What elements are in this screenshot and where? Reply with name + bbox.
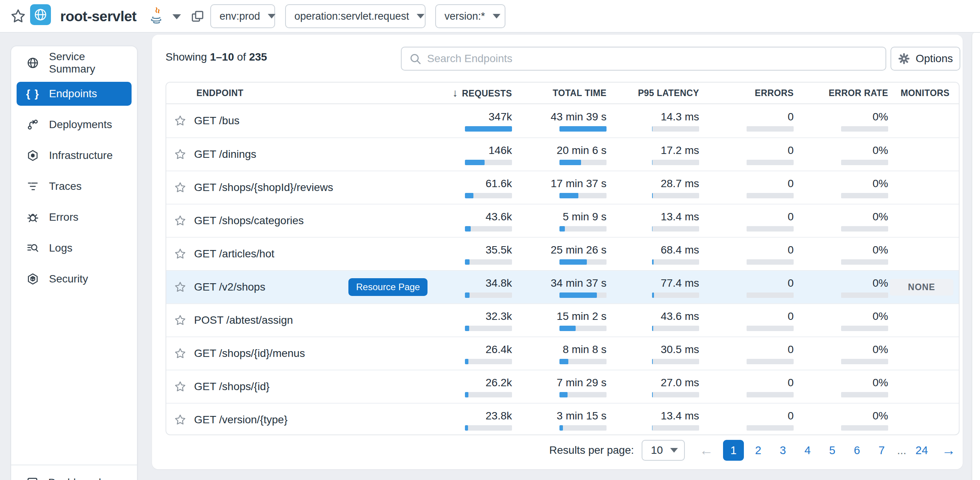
page-link-2[interactable]: 2 [748,440,769,461]
p95-latency-cell: 13.4 ms [607,409,699,431]
favorite-star-icon[interactable] [174,215,186,227]
endpoint-name[interactable]: GET /articles/hot [194,248,274,260]
logs-icon [26,241,40,255]
p95-latency-bar [652,326,699,331]
favorite-star-icon[interactable] [174,248,186,260]
page-link-5[interactable]: 5 [822,440,843,461]
endpoint-name[interactable]: POST /abtest/assign [194,314,293,326]
table-row[interactable]: GET /version/{type} 23.8k 3 min 15 s 13.… [166,403,959,435]
filter-version-dropdown[interactable]: version:* [435,4,505,28]
deployments-icon [26,118,40,132]
column-header-endpoint[interactable]: ENDPOINT [166,88,416,98]
copy-icon[interactable] [190,9,205,24]
total-time-value: 7 min 29 s [557,377,607,389]
endpoint-name[interactable]: GET /shops/{id} [194,380,270,393]
table-row[interactable]: GET /bus 347k 43 min 39 s 14.3 ms 0 0% [166,104,959,137]
table-row[interactable]: GET /articles/hot 35.5k 25 min 26 s 68.4… [166,237,959,270]
sidebar-item-logs[interactable]: Logs [17,236,132,260]
endpoint-name[interactable]: GET /dinings [194,148,256,161]
errors-cell: 0 [699,343,794,364]
sidebar-item-label: Deployments [49,118,112,131]
endpoint-name[interactable]: GET /bus [194,115,240,127]
column-header-monitors[interactable]: MONITORS [888,88,959,98]
page-link-1[interactable]: 1 [723,440,744,461]
p95-latency-value: 17.2 ms [661,144,699,157]
page-link-24[interactable]: 24 [911,440,932,461]
sidebar-item-label: Security [49,273,88,285]
sidebar-item-errors[interactable]: Errors [17,205,132,229]
page-link-4[interactable]: 4 [797,440,818,461]
resource-page-button[interactable]: Resource Page [348,278,427,296]
chevron-right-icon: › [120,475,125,480]
search-endpoints-input[interactable] [427,52,879,65]
total-time-bar [559,425,607,431]
sidebar-item-service-summary[interactable]: Service Summary [17,51,132,75]
errors-bar [747,259,794,265]
column-header-p95-latency[interactable]: P95 LATENCY [607,88,699,98]
table-row[interactable]: GET /dinings 146k 20 min 6 s 17.2 ms 0 0… [166,137,959,171]
page-link-7[interactable]: 7 [871,440,892,461]
favorite-star-icon[interactable] [174,380,186,393]
total-time-bar [559,392,607,397]
chevron-down-icon [268,14,275,19]
sidebar-item-security[interactable]: Security [17,267,132,291]
error-rate-bar [841,126,888,132]
table-row[interactable]: GET /shops/{id}/menus 26.4k 8 min 8 s 30… [166,336,959,370]
errors-value: 0 [787,410,794,422]
favorite-star-icon[interactable] [174,281,186,293]
previous-page-arrow-icon[interactable]: ← [697,443,716,457]
error-rate-value: 0% [873,211,888,223]
sidebar-nav-list: Service Summary { } Endpoints Deployment… [11,46,137,291]
column-header-requests[interactable]: ↓REQUESTS [416,87,512,99]
endpoint-cell: GET /shops/categories [194,215,416,227]
filter-operation-dropdown[interactable]: operation:servlet.request [285,4,426,28]
favorite-star-icon[interactable] [174,347,186,360]
favorite-star-icon[interactable] [174,314,186,326]
endpoint-name[interactable]: GET /shops/{shopId}/reviews [194,181,333,194]
column-header-total-time[interactable]: TOTAL TIME [512,88,607,98]
favorite-star-icon[interactable] [174,115,186,127]
error-rate-bar [841,193,888,198]
favorite-star-icon[interactable] [174,414,186,426]
dashboards-icon [26,476,39,480]
table-row[interactable]: POST /abtest/assign 32.3k 15 min 2 s 43.… [166,303,959,336]
column-header-errors[interactable]: ERRORS [699,88,794,98]
scrollbar-track[interactable] [972,33,980,480]
service-type-globe-icon[interactable] [30,4,51,25]
errors-bar [747,392,794,397]
sidebar-item-dashboards[interactable]: Dashboards › [17,471,132,480]
table-row[interactable]: GET /shops/categories 43.6k 5 min 9 s 13… [166,204,959,237]
endpoint-name[interactable]: GET /shops/{id}/menus [194,347,305,360]
sidebar-item-endpoints[interactable]: { } Endpoints [17,82,132,106]
p95-latency-cell: 68.4 ms [607,243,699,265]
next-page-arrow-icon[interactable]: → [939,443,958,457]
error-rate-value: 0% [873,410,888,422]
p95-latency-cell: 28.7 ms [607,177,699,198]
favorite-star-icon[interactable] [174,181,186,194]
total-time-cell: 43 min 39 s [512,110,607,132]
endpoint-name[interactable]: GET /v2/shops [194,281,265,293]
table-row[interactable]: GET /shops/{shopId}/reviews 61.6k 17 min… [166,171,959,204]
row-star-cell [166,380,194,393]
sidebar-item-infrastructure[interactable]: Infrastructure [17,144,132,167]
requests-bar [465,193,512,198]
table-row[interactable]: GET /shops/{id} 26.2k 7 min 29 s 27.0 ms… [166,370,959,403]
table-row[interactable]: GET /v2/shops Resource Page 34.8k 34 min… [166,270,959,303]
requests-value: 26.4k [486,343,512,356]
options-button[interactable]: Options [890,47,960,71]
sidebar-item-deployments[interactable]: Deployments [17,113,132,137]
page-link-3[interactable]: 3 [772,440,793,461]
column-header-error-rate[interactable]: ERROR RATE [794,88,888,98]
sidebar-item-traces[interactable]: Traces [17,174,132,198]
endpoint-name[interactable]: GET /shops/categories [194,215,304,227]
page-size-dropdown[interactable]: 10 [642,440,685,461]
requests-cell: 347k [416,110,512,132]
error-rate-cell: 0% [794,210,888,232]
favorite-service-star-icon[interactable] [10,8,26,24]
favorite-star-icon[interactable] [174,148,186,161]
page-link-6[interactable]: 6 [847,440,867,461]
endpoint-name[interactable]: GET /version/{type} [194,414,287,426]
service-menu-caret-icon[interactable] [172,14,181,19]
total-time-value: 34 min 37 s [551,277,607,289]
filter-env-dropdown[interactable]: env:prod [210,4,275,28]
